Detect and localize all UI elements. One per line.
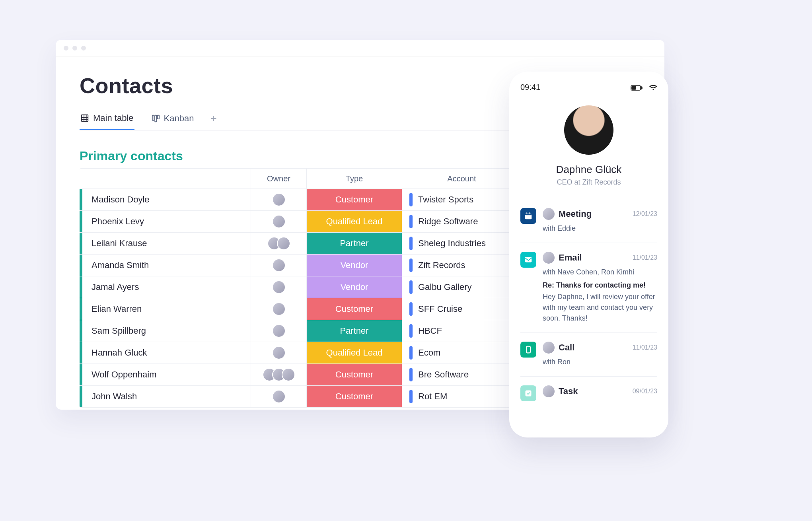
type-pill: Vendor xyxy=(307,276,402,298)
contact-name-cell[interactable]: Madison Doyle xyxy=(80,189,251,210)
activity-timeline: Meeting12/01/23with EddieEmail11/01/23wi… xyxy=(520,199,657,410)
window-dot xyxy=(64,46,68,51)
account-cell[interactable]: Sheleg Industries xyxy=(402,233,521,254)
contact-name-cell[interactable]: Sam Spillberg xyxy=(80,320,251,342)
contact-name-cell[interactable]: Leilani Krause xyxy=(80,233,251,254)
account-cell[interactable]: Bre Software xyxy=(402,364,521,385)
account-cell[interactable]: Zift Records xyxy=(402,255,521,276)
owner-cell[interactable] xyxy=(251,233,306,254)
window-titlebar xyxy=(56,40,664,56)
col-type[interactable]: Type xyxy=(306,169,402,189)
contact-name-cell[interactable]: Wolf Oppenhaim xyxy=(80,364,251,385)
task-icon xyxy=(520,385,536,401)
timeline-item-call[interactable]: Call11/01/23with Ron xyxy=(520,332,657,376)
timeline-date: 09/01/23 xyxy=(633,388,657,395)
contact-name: Daphne Glück xyxy=(520,163,657,176)
avatar xyxy=(543,385,555,397)
contact-name-cell[interactable]: Hannah Gluck xyxy=(80,342,251,364)
type-cell[interactable]: Qualified Lead xyxy=(306,211,402,232)
add-view-button[interactable]: + xyxy=(210,112,216,130)
owner-cell[interactable] xyxy=(251,255,306,276)
svg-rect-0 xyxy=(82,115,88,122)
contact-name-cell[interactable]: Amanda Smith xyxy=(80,255,251,276)
type-pill: Qualified Lead xyxy=(307,342,402,364)
timeline-date: 11/01/23 xyxy=(633,344,657,351)
type-cell[interactable]: Partner xyxy=(306,233,402,254)
timeline-item-task[interactable]: Task09/01/23 xyxy=(520,376,657,410)
type-cell[interactable]: Customer xyxy=(306,386,402,407)
account-cell[interactable]: Ecom xyxy=(402,342,521,364)
contact-name-cell[interactable]: John Walsh xyxy=(80,386,251,407)
type-cell[interactable]: Customer xyxy=(306,364,402,385)
type-pill: Vendor xyxy=(307,255,402,276)
tab-kanban[interactable]: Kanban xyxy=(150,113,195,129)
type-cell[interactable]: Partner xyxy=(306,320,402,342)
owner-cell[interactable] xyxy=(251,386,306,407)
tab-label: Kanban xyxy=(164,113,194,124)
type-cell[interactable]: Qualified Lead xyxy=(306,342,402,364)
avatar xyxy=(272,259,286,272)
account-cell[interactable]: Galbu Gallery xyxy=(402,276,521,298)
type-pill: Qualified Lead xyxy=(307,211,402,232)
timeline-title: Email xyxy=(559,253,629,263)
link-handle-icon xyxy=(409,390,413,403)
svg-rect-13 xyxy=(526,391,532,397)
phone-status-icons xyxy=(631,83,657,92)
avatar xyxy=(272,193,286,206)
account-cell[interactable]: Twister Sports xyxy=(402,189,521,210)
account-cell[interactable]: Ridge Software xyxy=(402,211,521,232)
contact-name-cell[interactable]: Phoenix Levy xyxy=(80,211,251,232)
link-handle-icon xyxy=(409,324,413,338)
type-cell[interactable]: Vendor xyxy=(306,255,402,276)
account-cell[interactable]: SFF Cruise xyxy=(402,298,521,320)
avatar xyxy=(564,105,613,155)
account-cell[interactable]: Rot EM xyxy=(402,386,521,407)
svg-rect-11 xyxy=(525,257,532,262)
link-handle-icon xyxy=(409,280,413,294)
account-cell[interactable]: HBCF xyxy=(402,320,521,342)
col-name xyxy=(80,169,251,189)
contact-profile: Daphne Glück CEO at Zift Records xyxy=(520,105,657,187)
type-pill: Partner xyxy=(307,233,402,254)
link-handle-icon xyxy=(409,237,413,250)
owner-cell[interactable] xyxy=(251,189,306,210)
timeline-detail: with Nave Cohen, Ron KimhiRe: Thanks for… xyxy=(543,267,657,324)
timeline-detail: with Ron xyxy=(543,357,657,367)
owner-cell[interactable] xyxy=(251,320,306,342)
type-cell[interactable]: Vendor xyxy=(306,276,402,298)
avatar xyxy=(543,208,555,220)
owner-cell[interactable] xyxy=(251,298,306,320)
type-pill: Customer xyxy=(307,189,402,210)
timeline-date: 11/01/23 xyxy=(633,254,657,261)
col-owner[interactable]: Owner xyxy=(251,169,306,189)
owner-cell[interactable] xyxy=(251,211,306,232)
owner-cell[interactable] xyxy=(251,364,306,385)
owner-cell[interactable] xyxy=(251,276,306,298)
type-pill: Customer xyxy=(307,364,402,385)
svg-rect-1 xyxy=(152,115,154,120)
avatar xyxy=(272,324,286,338)
svg-rect-9 xyxy=(526,212,527,214)
tab-main-table[interactable]: Main table xyxy=(80,113,134,130)
window-dot xyxy=(72,46,77,51)
timeline-item-email[interactable]: Email11/01/23with Nave Cohen, Ron KimhiR… xyxy=(520,243,657,332)
link-handle-icon xyxy=(409,346,413,360)
type-cell[interactable]: Customer xyxy=(306,189,402,210)
timeline-title: Call xyxy=(559,342,629,353)
owner-cell[interactable] xyxy=(251,342,306,364)
wifi-icon xyxy=(649,85,657,91)
contact-name-cell[interactable]: Elian Warren xyxy=(80,298,251,320)
timeline-detail: with Eddie xyxy=(543,223,657,234)
call-icon xyxy=(520,342,536,358)
link-handle-icon xyxy=(409,368,413,381)
type-pill: Partner xyxy=(307,320,402,342)
contact-name-cell[interactable]: Jamal Ayers xyxy=(80,276,251,298)
avatar xyxy=(543,342,555,354)
avatar xyxy=(277,237,290,250)
tab-label: Main table xyxy=(93,113,134,123)
timeline-item-meeting[interactable]: Meeting12/01/23with Eddie xyxy=(520,199,657,243)
col-account[interactable]: Account xyxy=(402,169,521,189)
timeline-title: Task xyxy=(559,386,629,397)
window-dot xyxy=(81,46,86,51)
type-cell[interactable]: Customer xyxy=(306,298,402,320)
